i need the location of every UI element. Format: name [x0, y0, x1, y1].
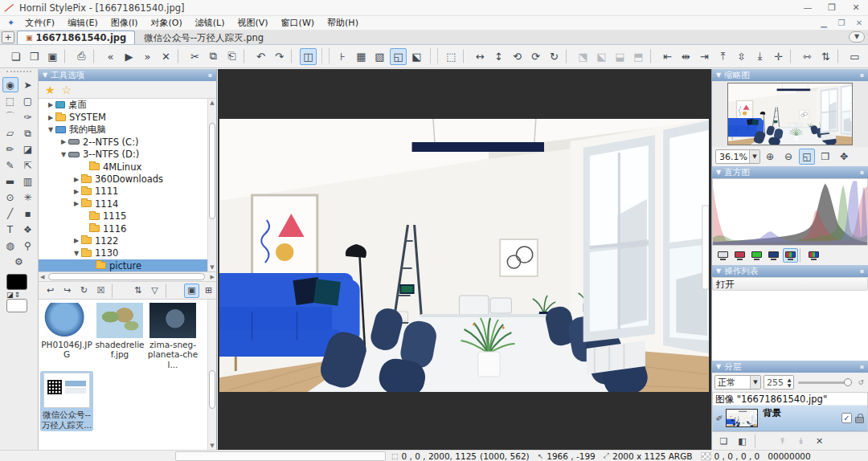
thumbnail-panel-header[interactable]: ▼ 缩略图 ▪	[712, 69, 868, 81]
expander-icon[interactable]: ▶	[72, 176, 80, 183]
zoom-in-icon[interactable]: ⊕	[762, 149, 778, 165]
lock-icon[interactable]	[855, 417, 864, 423]
transform-select-tool[interactable]: ⬚	[2, 93, 18, 108]
close-button[interactable]: ✕	[844, 0, 868, 16]
restore-button[interactable]: ❐	[820, 0, 844, 16]
pen-select-tool[interactable]: ✑	[20, 109, 36, 124]
doc-close-button[interactable]: ✕	[850, 16, 868, 31]
doc-restore-button[interactable]: ❐	[833, 16, 850, 31]
histogram-red-icon[interactable]	[732, 248, 747, 263]
pin-icon[interactable]: ▪	[860, 71, 864, 79]
save-icon[interactable]: ▣	[44, 48, 61, 65]
pin-icon[interactable]: ▪	[860, 363, 864, 370]
layer-group-label[interactable]: 图像 "16671861540.jpg"	[713, 393, 867, 406]
new-layer-icon[interactable]: ❏	[716, 434, 731, 448]
align-top-icon[interactable]: ⤒	[714, 48, 731, 65]
align-canvas-icon[interactable]: ✛	[770, 48, 787, 65]
order-backward-icon[interactable]: ⬓	[612, 48, 628, 65]
align-bottom-icon[interactable]: ⤓	[751, 48, 768, 65]
order-front-icon[interactable]: ⬔	[575, 48, 592, 65]
toggle-panels-icon[interactable]: ◫	[300, 48, 317, 65]
chevron-down-icon[interactable]: ▼	[749, 150, 760, 163]
zoom-tool[interactable]: ⚲	[20, 238, 36, 253]
crop-tool[interactable]: ⧉	[20, 125, 36, 141]
thumb-ph01046j[interactable]: PH01046J.JPG	[40, 301, 93, 371]
tree-item-system[interactable]: ▶ SYSTEM	[39, 111, 207, 123]
tree-item-4mlinux[interactable]: 4MLinux	[39, 161, 207, 173]
histogram-split-icon[interactable]	[806, 248, 821, 263]
rect-select-tool[interactable]: ▢	[20, 93, 36, 108]
foreground-color-swatch[interactable]	[6, 274, 27, 290]
tool-options-header[interactable]: ▼ 工具选项 ▪	[39, 69, 216, 81]
layer-up-icon[interactable]: ↟	[775, 434, 790, 448]
flip-horizontal-icon[interactable]: ↔	[472, 48, 489, 65]
layer-row-background[interactable]: ✏ 背景 ✓	[713, 406, 867, 431]
rotate-180-icon[interactable]: ↻	[546, 48, 563, 65]
effect-brush-tool[interactable]: ✳	[20, 190, 36, 205]
color-picker-tool[interactable]: ◍	[2, 238, 18, 253]
canvas-area[interactable]	[218, 69, 711, 450]
opacity-stepper[interactable]: 255 ▲▼	[764, 375, 794, 390]
tab-wechat-png[interactable]: 微信公众号--万径人踪灭.png	[135, 31, 272, 44]
airbrush-tool[interactable]: ✎	[2, 157, 18, 173]
expander-icon[interactable]: ▶	[72, 188, 80, 195]
space-vertical-icon[interactable]: ⇅	[817, 48, 834, 65]
select-tool[interactable]: ➤	[20, 77, 36, 92]
tree-item-drive-d[interactable]: ▼ 3--NTFS (D:)	[39, 149, 207, 161]
align-right-icon[interactable]: ⇥	[696, 48, 713, 65]
nav-close-icon[interactable]: ✕	[158, 48, 174, 65]
nav-last-icon[interactable]: »	[139, 48, 156, 65]
print-icon[interactable]: ⎙	[73, 48, 90, 65]
tree-item-my-computer[interactable]: ▼ 我的电脑	[39, 124, 207, 136]
copy-icon[interactable]: ⧉	[205, 48, 222, 65]
favorite-star-icon[interactable]: ★	[45, 84, 55, 96]
tree-item-1115[interactable]: 1115	[39, 210, 207, 222]
fit-vertical-icon[interactable]: ▯	[865, 48, 868, 65]
tree-vertical-scrollbar[interactable]: ▲ ▼	[207, 99, 216, 271]
lasso-select-tool[interactable]: ⌒	[2, 109, 18, 124]
expander-icon[interactable]: ▼	[72, 250, 80, 257]
expander-icon[interactable]: ▶	[59, 138, 68, 145]
folder-forward-icon[interactable]: ↪	[59, 284, 75, 298]
refresh-icon[interactable]: ↻	[76, 284, 92, 298]
view-large-icon[interactable]: ▣	[184, 284, 199, 298]
snap-grid-icon[interactable]: ▧	[371, 48, 388, 65]
scroll-down-icon[interactable]: ▼	[208, 442, 216, 450]
histogram-blue-icon[interactable]	[766, 248, 781, 263]
layer-down-icon[interactable]: ↡	[793, 434, 809, 448]
scrollbar-thumb[interactable]	[48, 273, 205, 280]
fit-window-icon[interactable]: ◱	[799, 149, 815, 165]
tree-item-360downloads[interactable]: ▶ 360Downloads	[39, 173, 207, 185]
tree-item-1111[interactable]: ▶ 1111	[39, 186, 207, 198]
tree-item-desktop[interactable]: ▶ 桌面	[39, 99, 207, 111]
menu-item[interactable]: 对象(O)	[145, 16, 189, 31]
pin-icon[interactable]: ▪	[208, 71, 212, 79]
opacity-slider[interactable]	[798, 381, 850, 384]
order-back-icon[interactable]: ⬒	[630, 48, 647, 65]
redo-icon[interactable]: ↷	[271, 48, 288, 65]
slider-knob[interactable]	[844, 378, 852, 386]
history-brush-tool[interactable]: ⇱	[20, 157, 36, 173]
view-grid-icon[interactable]: ⊞	[201, 284, 216, 298]
navigate-tool[interactable]: ◉	[2, 77, 18, 92]
paste-icon[interactable]: ⎗	[223, 48, 240, 65]
expander-icon[interactable]: ▶	[47, 101, 55, 108]
menu-item[interactable]: 窗口(W)	[275, 16, 321, 31]
background-color-swatch[interactable]	[6, 299, 27, 312]
fit-selection-icon[interactable]: ▭	[846, 48, 863, 65]
menu-item[interactable]: 帮助(H)	[321, 16, 365, 31]
warp-tool[interactable]: ▱	[2, 125, 18, 141]
delete-layer-icon[interactable]: ✕	[812, 434, 827, 448]
scroll-down-icon[interactable]: ▼	[208, 263, 216, 271]
menu-item[interactable]: 滤镜(L)	[189, 16, 231, 31]
line-tool[interactable]: ╱	[2, 206, 18, 221]
ruler-icon[interactable]: ⊦	[334, 48, 351, 65]
tree-item-1116[interactable]: 1116	[39, 222, 207, 235]
flip-vertical-icon[interactable]: ↕	[490, 48, 507, 65]
fill-tool[interactable]: ▬	[2, 173, 18, 189]
expander-icon[interactable]: ▶	[72, 237, 80, 244]
histogram-green-icon[interactable]	[749, 248, 764, 263]
blend-mode-select[interactable]: 正常 ▼	[714, 375, 761, 390]
rotate-cw-icon[interactable]: ⟳	[527, 48, 544, 65]
scrollbar-thumb[interactable]	[209, 370, 215, 409]
